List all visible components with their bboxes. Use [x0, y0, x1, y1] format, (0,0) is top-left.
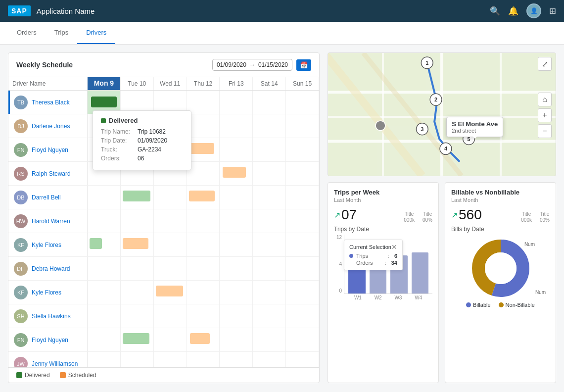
- day-fri[interactable]: [220, 138, 253, 161]
- day-sat[interactable]: [253, 162, 286, 185]
- day-sun[interactable]: [286, 162, 319, 185]
- day-fri[interactable]: [220, 233, 253, 256]
- day-sat[interactable]: [253, 352, 286, 367]
- day-wed[interactable]: [154, 186, 187, 209]
- day-sat[interactable]: [253, 209, 286, 233]
- day-sat[interactable]: [253, 257, 286, 280]
- driver-name[interactable]: Floyd Nguyen: [32, 147, 68, 153]
- driver-name[interactable]: Darlene Jones: [32, 123, 70, 130]
- day-fri[interactable]: [220, 328, 253, 351]
- day-sun[interactable]: [286, 138, 319, 161]
- day-thu[interactable]: [187, 91, 220, 114]
- day-mon[interactable]: [88, 186, 121, 209]
- day-tue[interactable]: [121, 257, 154, 280]
- notification-icon[interactable]: 🔔: [508, 6, 518, 16]
- day-tue[interactable]: [121, 352, 154, 367]
- day-wed[interactable]: [154, 209, 187, 233]
- driver-name[interactable]: Darrell Bell: [32, 194, 61, 201]
- tab-orders[interactable]: Orders: [8, 22, 46, 44]
- bar-w4[interactable]: [412, 252, 429, 294]
- day-tue[interactable]: [121, 209, 154, 233]
- day-wed[interactable]: [154, 281, 187, 304]
- day-sun[interactable]: [286, 114, 319, 138]
- day-thu[interactable]: [187, 114, 220, 138]
- day-thu[interactable]: [187, 257, 220, 280]
- day-sat[interactable]: [253, 91, 286, 114]
- day-sun[interactable]: [286, 257, 319, 280]
- day-mon[interactable]: [88, 328, 121, 351]
- day-tue[interactable]: [121, 233, 154, 256]
- day-sat[interactable]: [253, 304, 286, 328]
- tab-drivers[interactable]: Drivers: [77, 22, 115, 44]
- day-wed[interactable]: [154, 352, 187, 367]
- day-sun[interactable]: [286, 281, 319, 304]
- driver-name[interactable]: Kyle Flores: [32, 289, 61, 296]
- map-zoom-out-button[interactable]: −: [538, 124, 552, 138]
- day-thu[interactable]: [187, 281, 220, 304]
- day-mon[interactable]: [88, 233, 121, 256]
- day-sun[interactable]: [286, 91, 319, 114]
- day-mon[interactable]: [88, 257, 121, 280]
- day-fri[interactable]: [220, 114, 253, 138]
- day-sat[interactable]: [253, 233, 286, 256]
- day-sun[interactable]: [286, 233, 319, 256]
- driver-name[interactable]: Floyd Nguyen: [32, 337, 68, 343]
- date-range-picker[interactable]: 01/09/2020 → 01/15/2020: [212, 59, 292, 71]
- day-thu[interactable]: [187, 138, 220, 161]
- driver-name[interactable]: Theresa Black: [32, 99, 70, 106]
- day-fri[interactable]: [220, 162, 253, 185]
- map-fullscreen-button[interactable]: ⤢: [538, 57, 552, 71]
- calendar-button[interactable]: 📅: [296, 59, 311, 71]
- user-avatar[interactable]: 👤: [526, 3, 541, 18]
- day-thu[interactable]: [187, 233, 220, 256]
- driver-name[interactable]: Jenny Williamson: [32, 360, 78, 367]
- map-container[interactable]: 1 2 3 4 5 6 S El Monte: [328, 52, 556, 176]
- driver-name[interactable]: Stella Hawkins: [32, 313, 71, 320]
- day-mon[interactable]: [88, 209, 121, 233]
- day-tue[interactable]: [121, 304, 154, 328]
- driver-name[interactable]: Ralph Steward: [32, 170, 71, 177]
- day-tue[interactable]: [121, 328, 154, 351]
- tab-trips[interactable]: Trips: [46, 22, 77, 44]
- day-sun[interactable]: [286, 209, 319, 233]
- day-thu[interactable]: [187, 209, 220, 233]
- day-sat[interactable]: [253, 114, 286, 138]
- day-thu[interactable]: [187, 352, 220, 367]
- day-wed[interactable]: [154, 257, 187, 280]
- day-fri[interactable]: [220, 304, 253, 328]
- day-tue[interactable]: [121, 281, 154, 304]
- chart-tooltip-close[interactable]: ✕: [391, 243, 397, 251]
- day-fri[interactable]: [220, 186, 253, 209]
- day-sun[interactable]: [286, 328, 319, 351]
- map-home-button[interactable]: ⌂: [538, 93, 552, 106]
- day-sat[interactable]: [253, 186, 286, 209]
- day-fri[interactable]: [220, 281, 253, 304]
- day-sat[interactable]: [253, 138, 286, 161]
- map-zoom-in-button[interactable]: +: [538, 108, 552, 122]
- day-sun[interactable]: [286, 186, 319, 209]
- day-thu[interactable]: [187, 328, 220, 351]
- grid-icon[interactable]: ⊞: [549, 6, 556, 16]
- day-wed[interactable]: [154, 328, 187, 351]
- day-thu[interactable]: [187, 304, 220, 328]
- day-mon[interactable]: [88, 281, 121, 304]
- day-wed[interactable]: [154, 304, 187, 328]
- day-thu[interactable]: [187, 162, 220, 185]
- day-mon[interactable]: [88, 304, 121, 328]
- day-thu[interactable]: [187, 186, 220, 209]
- day-fri[interactable]: [220, 352, 253, 367]
- day-fri[interactable]: [220, 257, 253, 280]
- day-sat[interactable]: [253, 328, 286, 351]
- day-sat[interactable]: [253, 281, 286, 304]
- day-sun[interactable]: [286, 352, 319, 367]
- day-tue[interactable]: [121, 186, 154, 209]
- day-fri[interactable]: [220, 91, 253, 114]
- day-wed[interactable]: [154, 233, 187, 256]
- search-icon[interactable]: 🔍: [490, 6, 500, 16]
- driver-name[interactable]: Kyle Flores: [32, 242, 61, 248]
- day-fri[interactable]: [220, 209, 253, 233]
- driver-name[interactable]: Harold Warren: [32, 218, 70, 225]
- driver-name[interactable]: Debra Howard: [32, 265, 70, 272]
- day-sun[interactable]: [286, 304, 319, 328]
- day-mon[interactable]: [88, 352, 121, 367]
